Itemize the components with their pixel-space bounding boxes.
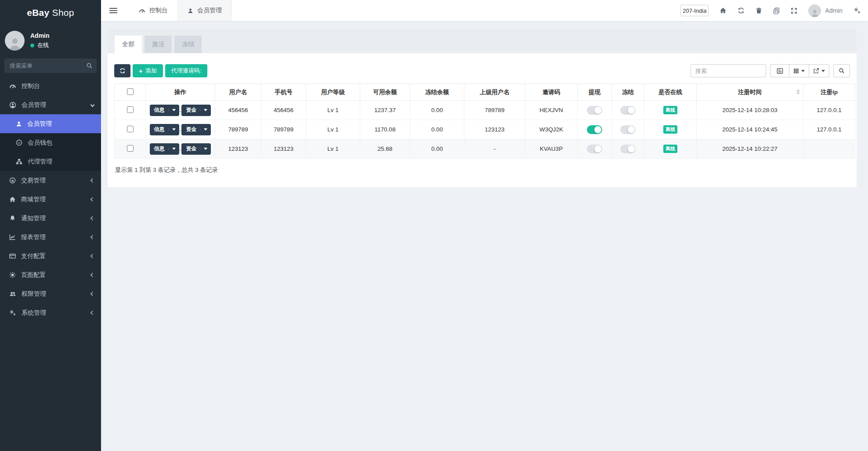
row-checkbox[interactable] [127,145,134,152]
sidebar-item-members-parent[interactable]: 会员管理 [0,95,101,114]
level-cell: Lv 1 [306,139,360,159]
sidebar-item-label: 系统管理 [22,309,86,317]
reg-ip-cell: 127.0.0.1 [803,120,855,139]
sidebar-item-label: 交易管理 [21,177,86,185]
withdraw-toggle[interactable] [587,125,602,134]
region-input[interactable] [680,5,709,16]
pagination-toggle-button[interactable] [770,64,789,77]
avatar [5,31,25,51]
refresh-button[interactable] [114,64,130,77]
sidebar-item-system-manage[interactable]: 系统管理 [0,303,101,322]
sidebar-item-payment-config[interactable]: 支付配置 [0,247,101,266]
add-button[interactable]: + 添加 [133,64,163,77]
table-row: 信息,资金 123123 123123 Lv 1 25.68 0.00 - KV… [115,139,855,159]
caret-down-icon [200,148,211,150]
refresh-icon[interactable] [738,7,745,14]
filter-tab-frozen[interactable]: 冻结 [174,36,202,53]
info-dropdown-button[interactable]: 信息 [150,124,179,135]
withdraw-toggle[interactable] [587,106,602,115]
freeze-toggle[interactable] [620,106,636,115]
funds-dropdown-button[interactable]: 资金 [181,124,211,135]
row-checkbox[interactable] [127,106,134,113]
sidebar-item-page-config[interactable]: 页面配置 [0,266,101,284]
card-body: + 添加 代理邀请码: [108,53,857,187]
phone-cell: 789789 [261,120,306,139]
col-header-level: 用户等级 [306,84,360,101]
freeze-toggle[interactable] [620,125,636,134]
parent-user-cell: - [464,139,525,159]
page-content: 全部 激活 冻结 + 添加 代理邀请码: [101,21,868,187]
freeze-cell [612,120,644,139]
sidebar-item-trade-manage[interactable]: B 交易管理 [0,171,101,190]
navbar-user[interactable]: Admin [808,4,843,17]
sidebar-item-dashboard[interactable]: 控制台 [0,76,101,95]
sidebar-search-input[interactable] [4,58,97,73]
trash-icon[interactable] [756,7,762,14]
sidebar-item-member-wallet[interactable]: cc 会员钱包 [0,133,101,152]
balance-cell: 1170.08 [360,120,410,139]
withdraw-cell [578,139,612,159]
table-toolbar: + 添加 代理邀请码: [114,53,850,84]
col-header-username: 用户名 [215,84,261,101]
row-checkbox[interactable] [127,126,134,132]
search-button[interactable] [833,64,850,77]
select-all-checkbox[interactable] [127,88,134,95]
sidebar-item-label: 商城管理 [21,196,86,204]
caret-down-icon [821,70,825,72]
sidebar-item-report-manage[interactable]: 报表管理 [0,228,101,247]
status-badge: 离线 [663,125,677,133]
copy-icon[interactable] [773,7,780,14]
sidebar-item-permission-manage[interactable]: 权限管理 [0,284,101,303]
brand-rest: Shop [52,7,74,18]
col-header-reg-time[interactable]: 注册时间 [697,84,803,101]
agent-invite-code-button[interactable]: 代理邀请码: [165,64,208,77]
freeze-toggle[interactable] [620,145,636,153]
sidebar-item-notice-manage[interactable]: 通知管理 [0,209,101,228]
navbar-tab-members[interactable]: 会员管理 [177,0,232,21]
caret-down-icon [200,109,211,111]
phone-cell: 123123 [261,139,306,159]
withdraw-cell [578,101,612,120]
sidebar-item-member-manage[interactable]: 会员管理 [0,114,101,133]
refresh-icon [119,68,126,74]
table-view-buttons [770,64,829,77]
withdraw-toggle[interactable] [587,145,602,153]
chevron-left-icon [90,197,95,202]
gauge-icon [139,7,145,14]
funds-dropdown-button[interactable]: 资金 [181,105,211,116]
filter-tab-active[interactable]: 激活 [145,36,172,53]
user-icon [16,121,22,127]
sidebar-item-agent-manage[interactable]: 代理管理 [0,152,101,171]
columns-button[interactable] [789,64,809,77]
sidebar-item-mall-manage[interactable]: 商城管理 [0,190,101,209]
parent-user-cell: 789789 [464,101,525,120]
chevron-left-icon [90,254,95,258]
info-dropdown-button[interactable]: 信息 [150,105,179,116]
export-button[interactable] [809,64,829,77]
cogs-icon [9,309,16,316]
online-dot-icon [30,44,34,47]
row-actions-cell: 信息,资金 [146,101,215,120]
navbar-tab-dashboard[interactable]: 控制台 [129,0,177,21]
filter-tab-all[interactable]: 全部 [115,36,142,53]
hamburger-icon[interactable] [109,0,117,21]
level-cell: Lv 1 [306,120,360,139]
expand-icon[interactable] [791,7,797,14]
cogs-icon[interactable] [854,7,861,14]
info-dropdown-button[interactable]: 信息 [150,143,179,155]
home-icon[interactable] [720,7,727,14]
funds-dropdown-button[interactable]: 资金 [181,143,211,155]
col-header-actions: 操作 [146,84,215,101]
svg-text:B: B [11,179,14,183]
sidebar-item-label: 通知管理 [21,215,86,222]
credit-card-icon [9,253,16,259]
users-icon [9,291,16,297]
cc-icon: cc [16,139,22,146]
table-row: 信息,资金 789789 789789 Lv 1 1170.08 0.00 12… [115,120,855,139]
online-status-cell: 离线 [644,101,697,120]
username-cell: 123123 [215,139,261,159]
navbar-right: Admin [680,0,868,21]
search-icon[interactable] [86,62,93,69]
table-search-input[interactable] [691,64,766,77]
toolbar-right [691,64,850,77]
